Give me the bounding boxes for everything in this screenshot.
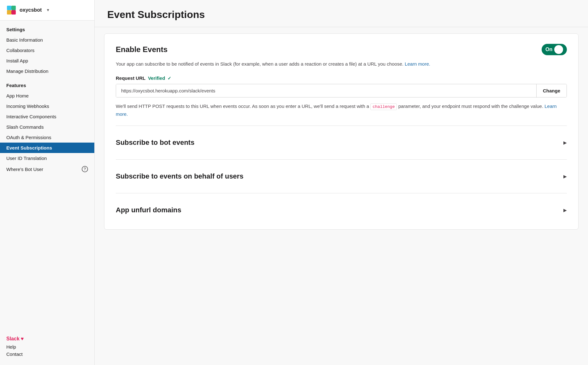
- challenge-code: challenge: [370, 103, 397, 110]
- expandable-sections: Subscribe to bot events▶Subscribe to eve…: [116, 133, 567, 219]
- sidebar-item-oauth-permissions[interactable]: OAuth & Permissions: [0, 132, 94, 143]
- verified-badge: Verified: [148, 75, 165, 81]
- sidebar-item-label-app-home: App Home: [6, 93, 29, 98]
- sidebar-item-label-event-subscriptions: Event Subscriptions: [6, 145, 52, 150]
- enable-events-title: Enable Events: [116, 45, 168, 54]
- features-nav: App HomeIncoming WebhooksInteractive Com…: [0, 91, 94, 175]
- divider-1: [116, 126, 567, 126]
- expand-arrow-icon-app-unfurl-domains: ▶: [563, 208, 567, 213]
- dropdown-arrow-icon: ▼: [46, 8, 50, 12]
- sidebar-item-basic-information[interactable]: Basic Information: [0, 35, 94, 45]
- expandable-section-app-unfurl-domains[interactable]: App unfurl domains▶: [116, 201, 567, 219]
- sidebar: oxycsbot ▼ Settings Basic InformationCol…: [0, 0, 95, 365]
- settings-nav: Basic InformationCollaboratorsInstall Ap…: [0, 35, 94, 76]
- svg-rect-0: [7, 6, 11, 10]
- slack-heart-icon: ♥: [21, 336, 24, 342]
- sidebar-footer: Slack ♥ Help Contact: [0, 330, 94, 365]
- main-content: Event Subscriptions Enable Events On You…: [95, 0, 588, 365]
- enable-events-learn-more[interactable]: Learn more.: [405, 61, 430, 67]
- expand-arrow-icon-subscribe-user-events: ▶: [563, 174, 567, 179]
- app-selector[interactable]: oxycsbot ▼: [6, 5, 88, 15]
- app-icon: [6, 5, 16, 15]
- sidebar-item-install-app[interactable]: Install App: [0, 56, 94, 66]
- sidebar-item-manage-distribution[interactable]: Manage Distribution: [0, 66, 94, 76]
- enable-events-header: Enable Events On: [116, 44, 567, 55]
- expandable-title-subscribe-bot-events: Subscribe to bot events: [116, 138, 194, 147]
- url-description: We'll send HTTP POST requests to this UR…: [116, 103, 567, 118]
- svg-rect-3: [11, 10, 16, 15]
- url-input[interactable]: [116, 84, 536, 97]
- toggle-label: On: [545, 47, 552, 52]
- content-card: Enable Events On Your app can subscribe …: [104, 33, 579, 230]
- sidebar-item-wheres-bot-user[interactable]: Where's Bot User?: [0, 163, 94, 175]
- sidebar-item-label-wheres-bot-user: Where's Bot User: [6, 167, 43, 172]
- sidebar-item-collaborators[interactable]: Collaborators: [0, 45, 94, 56]
- change-button[interactable]: Change: [536, 84, 567, 97]
- slack-brand: Slack ♥: [6, 336, 88, 342]
- sidebar-item-incoming-webhooks[interactable]: Incoming Webhooks: [0, 101, 94, 111]
- sidebar-item-user-id-translation[interactable]: User ID Translation: [0, 153, 94, 163]
- divider-3: [116, 193, 567, 193]
- sidebar-item-label-user-id-translation: User ID Translation: [6, 156, 47, 161]
- sidebar-item-label-interactive-components: Interactive Components: [6, 114, 56, 119]
- page-title: Event Subscriptions: [107, 9, 575, 21]
- expand-arrow-icon-subscribe-bot-events: ▶: [563, 140, 567, 145]
- sidebar-item-label-oauth-permissions: OAuth & Permissions: [6, 135, 51, 140]
- expandable-section-subscribe-bot-events[interactable]: Subscribe to bot events▶: [116, 133, 567, 152]
- expandable-section-subscribe-user-events[interactable]: Subscribe to events on behalf of users▶: [116, 167, 567, 185]
- sidebar-item-app-home[interactable]: App Home: [0, 91, 94, 101]
- sidebar-item-label-slash-commands: Slash Commands: [6, 124, 44, 130]
- app-name: oxycsbot: [20, 7, 42, 13]
- enable-events-description: Your app can subscribe to be notified of…: [116, 60, 567, 68]
- divider-2: [116, 159, 567, 160]
- sidebar-item-slash-commands[interactable]: Slash Commands: [0, 122, 94, 132]
- sidebar-header: oxycsbot ▼: [0, 0, 94, 21]
- svg-rect-1: [11, 6, 16, 10]
- verified-check-icon: ✓: [168, 76, 171, 81]
- enable-events-toggle[interactable]: On: [542, 44, 567, 55]
- sidebar-item-label-incoming-webhooks: Incoming Webhooks: [6, 103, 49, 109]
- request-url-label-row: Request URL Verified ✓: [116, 75, 567, 81]
- settings-section-label: Settings: [0, 21, 94, 35]
- svg-rect-2: [7, 10, 11, 15]
- request-url-label-text: Request URL: [116, 75, 145, 81]
- slack-brand-name: Slack: [6, 336, 20, 342]
- expandable-title-subscribe-user-events: Subscribe to events on behalf of users: [116, 172, 244, 180]
- contact-link[interactable]: Contact: [6, 351, 88, 357]
- help-link[interactable]: Help: [6, 344, 88, 350]
- help-icon-wheres-bot-user[interactable]: ?: [82, 166, 88, 172]
- toggle-knob: [554, 45, 563, 54]
- expandable-title-app-unfurl-domains: App unfurl domains: [116, 206, 181, 214]
- url-input-row: Change: [116, 84, 567, 97]
- features-section-label: Features: [0, 76, 94, 91]
- sidebar-item-event-subscriptions[interactable]: Event Subscriptions: [0, 143, 94, 153]
- page-header: Event Subscriptions: [95, 0, 588, 27]
- sidebar-item-interactive-components[interactable]: Interactive Components: [0, 111, 94, 122]
